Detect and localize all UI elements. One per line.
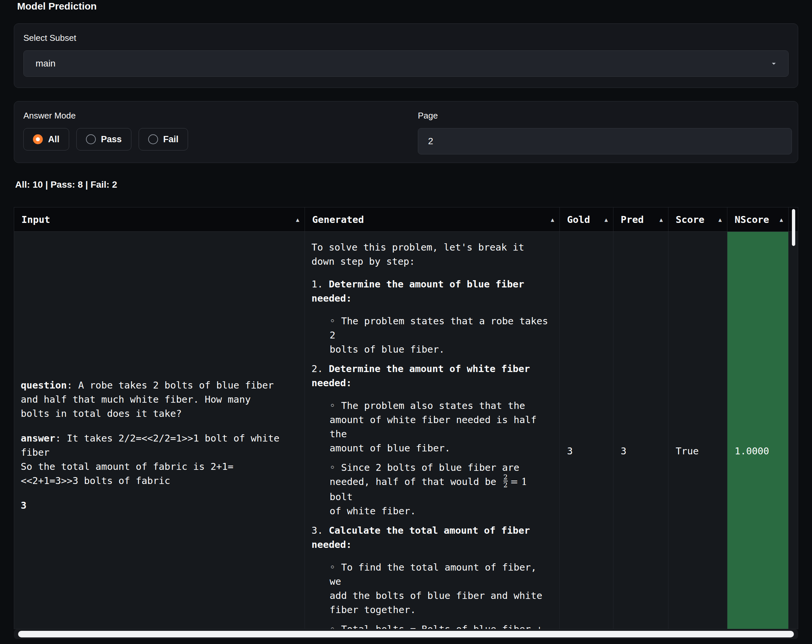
column-label: Pred — [621, 214, 644, 225]
item-title: Calculate the total amount of fiber need… — [311, 525, 530, 550]
cell-score: True — [669, 232, 727, 629]
cell-gold: 3 — [560, 232, 614, 629]
page-input[interactable] — [418, 128, 792, 154]
radio-label: Pass — [101, 134, 122, 145]
fraction-equals: = 1 — [510, 476, 528, 487]
column-label: Gold — [567, 214, 590, 225]
page-label: Page — [418, 111, 792, 121]
column-header-pred[interactable]: Pred ▲ — [614, 208, 669, 232]
vertical-scrollbar-thumb[interactable] — [792, 209, 795, 246]
answer-mode-radio-group: All Pass Fail — [23, 128, 418, 151]
sort-ascending-icon: ▲ — [292, 216, 299, 223]
generated-bullet: ◦ To find the total amount of fiber, we … — [330, 560, 553, 617]
sort-ascending-icon: ▲ — [547, 216, 554, 223]
answer-mode-option-fail[interactable]: Fail — [139, 128, 188, 151]
cell-pred: 3 — [614, 232, 669, 629]
generated-bullet: ◦ The problem also states that the amoun… — [330, 399, 553, 455]
column-label: NScore — [735, 214, 769, 225]
bullet-text-pre: ◦ Since 2 bolts of blue fiber are needed… — [330, 462, 519, 487]
item-title: Determine the amount of blue fiber neede… — [311, 279, 524, 304]
answer-label: answer — [21, 433, 55, 444]
generated-bullet: ◦ The problem states that a robe takes 2… — [330, 314, 553, 357]
app-root: Model Prediction Select Subset main Answ… — [0, 0, 812, 644]
subset-selected-value: main — [35, 58, 769, 69]
answer-mode-option-pass[interactable]: Pass — [76, 128, 131, 151]
answer-mode-group: Answer Mode All Pass Fail — [23, 111, 418, 154]
horizontal-scrollbar-thumb[interactable] — [18, 631, 794, 638]
math-expression: 22= 1 — [502, 476, 528, 487]
generated-item-3: 3. Calculate the total amount of fiber n… — [311, 523, 553, 552]
results-table: Input ▲ Generated ▲ Gold ▲ Pred ▲ Score … — [14, 207, 798, 629]
radio-icon — [148, 134, 158, 144]
body-scroll-gutter — [789, 232, 798, 629]
fraction-numerator: 2 — [504, 473, 508, 481]
item-number: 1. — [311, 279, 329, 290]
select-subset-panel: Select Subset main — [14, 23, 798, 88]
answer-text: : It takes 2/2=<<2/2=1>>1 bolt of white … — [21, 433, 279, 486]
table-body: question: A robe takes 2 bolts of blue f… — [14, 232, 798, 629]
stats-text: All: 10 | Pass: 8 | Fail: 2 — [15, 179, 117, 190]
cell-generated: To solve this problem, let's break it do… — [305, 232, 560, 629]
radio-label: All — [48, 134, 60, 145]
generated-intro: To solve this problem, let's break it do… — [311, 240, 553, 269]
subset-dropdown[interactable]: main — [23, 50, 789, 77]
column-header-nscore[interactable]: NScore ▲ — [727, 208, 789, 232]
generated-bullet: ◦ Total bolts = Bolts of blue fiber + Bo… — [330, 622, 553, 629]
table-header: Input ▲ Generated ▲ Gold ▲ Pred ▲ Score … — [14, 208, 798, 232]
column-label: Generated — [312, 214, 364, 225]
page-field-group: Page — [418, 111, 792, 154]
item-number: 2. — [311, 363, 329, 374]
chevron-down-icon — [769, 59, 778, 68]
nscore-value: 1.0000 — [735, 446, 769, 457]
question-block: question: A robe takes 2 bolts of blue f… — [21, 378, 298, 421]
sort-ascending-icon: ▲ — [714, 216, 722, 223]
column-label: Input — [21, 214, 50, 225]
generated-item-2: 2. Determine the amount of white fiber n… — [311, 362, 553, 390]
answer-mode-option-all[interactable]: All — [23, 128, 69, 151]
item-title: Determine the amount of white fiber need… — [311, 363, 530, 389]
answer-mode-label: Answer Mode — [23, 111, 418, 121]
radio-icon — [33, 134, 43, 144]
sort-ascending-icon: ▲ — [656, 216, 663, 223]
question-label: question — [21, 380, 67, 391]
final-answer: 3 — [21, 499, 298, 513]
controls-panel: Answer Mode All Pass Fail Page — [14, 101, 798, 163]
pred-value: 3 — [621, 446, 626, 457]
radio-label: Fail — [163, 134, 179, 145]
sort-ascending-icon: ▲ — [601, 216, 608, 223]
column-header-score[interactable]: Score ▲ — [669, 208, 727, 232]
cell-input: question: A robe takes 2 bolts of blue f… — [14, 232, 305, 629]
sort-ascending-icon: ▲ — [776, 216, 783, 223]
horizontal-scrollbar[interactable] — [14, 629, 798, 639]
score-value: True — [676, 446, 699, 457]
answer-block: answer: It takes 2/2=<<2/2=1>>1 bolt of … — [21, 431, 298, 488]
cell-nscore: 1.0000 — [727, 232, 789, 629]
gold-value: 3 — [567, 446, 572, 457]
column-label: Score — [676, 214, 704, 225]
fraction: 22 — [504, 473, 508, 488]
subset-label: Select Subset — [23, 33, 789, 43]
column-header-generated[interactable]: Generated ▲ — [305, 208, 560, 232]
generated-bullet-with-fraction: ◦ Since 2 bolts of blue fiber are needed… — [330, 461, 553, 518]
fraction-denominator: 2 — [504, 481, 508, 488]
column-header-input[interactable]: Input ▲ — [14, 208, 305, 232]
radio-icon — [86, 134, 96, 144]
item-number: 3. — [311, 525, 329, 536]
page-title: Model Prediction — [17, 1, 97, 12]
column-header-gold[interactable]: Gold ▲ — [560, 208, 614, 232]
generated-item-1: 1. Determine the amount of blue fiber ne… — [311, 277, 553, 305]
